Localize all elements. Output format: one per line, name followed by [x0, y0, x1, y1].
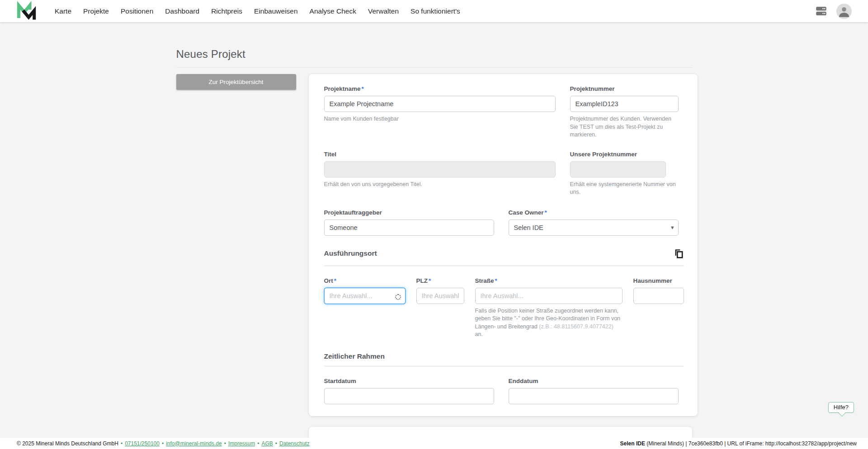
title-divider — [176, 67, 692, 68]
plz-label: PLZ* — [416, 277, 464, 284]
nav-item-verwalten[interactable]: Verwalten — [362, 7, 405, 15]
nav-item-positionen[interactable]: Positionen — [115, 7, 159, 15]
nav-item-dashboard[interactable]: Dashboard — [159, 7, 205, 15]
copy-icon[interactable] — [674, 248, 684, 260]
plz-input[interactable] — [416, 288, 464, 304]
footer-link-datenschutz[interactable]: Datenschutz — [279, 440, 310, 447]
projektnummer-helper: Projektnummer des Kunden. Verwenden Sie … — [570, 115, 679, 139]
projektname-input[interactable] — [324, 96, 556, 112]
enddatum-input[interactable] — [509, 388, 679, 404]
help-button[interactable]: Hilfe? — [828, 402, 854, 413]
enddatum-label: Enddatum — [509, 378, 679, 384]
page-title: Neues Projekt — [176, 48, 692, 61]
hausnummer-input[interactable] — [633, 288, 684, 304]
strasse-label: Straße* — [475, 277, 623, 284]
chevron-down-icon: ▾ — [671, 224, 674, 231]
footer-link-impressum[interactable]: Impressum — [228, 440, 255, 447]
nav-item-so-funktionierts[interactable]: So funktioniert's — [405, 7, 466, 15]
status-detail: (Mineral Minds) | 7ce360e83fb0 | URL of … — [645, 440, 857, 447]
ausfuehrungsort-heading: Ausführungsort — [324, 249, 377, 257]
copyright-text: © 2025 Mineral Minds Deutschland GmbH — [17, 440, 118, 447]
main-content: Neues Projekt Zur Projektübersicht Proje… — [0, 22, 868, 438]
required-marker: * — [429, 277, 431, 284]
strasse-helper: Falls die Position keiner Straße zugeord… — [475, 307, 623, 339]
titel-input — [324, 161, 556, 178]
titel-label: Titel — [324, 151, 556, 158]
ort-input[interactable] — [324, 288, 406, 304]
required-marker: * — [334, 277, 336, 284]
required-marker: * — [495, 277, 497, 284]
nav-right-controls — [815, 4, 852, 19]
zeitlicher-rahmen-heading: Zeitlicher Rahmen — [324, 352, 385, 360]
nav-item-karte[interactable]: Karte — [49, 7, 77, 15]
case-owner-select[interactable]: Selen IDE ▾ — [509, 220, 679, 236]
server-dns-icon[interactable] — [815, 5, 827, 17]
unsere-projektnummer-input — [570, 161, 666, 178]
nav-item-analyse-check[interactable]: Analyse Check — [304, 7, 362, 15]
loading-spinner-icon — [395, 294, 401, 300]
firmendaten-card: Firmendaten — [309, 427, 692, 438]
startdatum-label: Startdatum — [324, 378, 494, 384]
unsere-projektnummer-helper: Erhält eine systemgenerierte Nummer von … — [570, 181, 679, 196]
status-username: Selen IDE — [620, 440, 645, 447]
nav-item-einbauweisen[interactable]: Einbauweisen — [248, 7, 304, 15]
unsere-projektnummer-label: Unsere Projektnummer — [570, 151, 679, 158]
projektauftraggeber-input[interactable] — [324, 220, 494, 236]
case-owner-value: Selen IDE — [514, 224, 543, 231]
footer: © 2025 Mineral Minds Deutschland GmbH • … — [0, 438, 868, 449]
hausnummer-label: Hausnummer — [633, 277, 684, 284]
case-owner-label: Case Owner* — [509, 209, 679, 216]
startdatum-input[interactable] — [324, 388, 494, 404]
top-navigation: Karte Projekte Positionen Dashboard Rich… — [0, 0, 868, 22]
session-status: Selen IDE (Mineral Minds) | 7ce360e83fb0… — [620, 440, 857, 447]
footer-link-email[interactable]: info@mineral-minds.de — [166, 440, 222, 447]
main-menu: Karte Projekte Positionen Dashboard Rich… — [49, 7, 466, 15]
footer-links: © 2025 Mineral Minds Deutschland GmbH • … — [17, 440, 310, 447]
projektname-label: Projektname* — [324, 85, 556, 92]
user-avatar-icon[interactable] — [836, 4, 852, 19]
mineral-minds-logo[interactable] — [16, 1, 37, 21]
footer-link-agb[interactable]: AGB — [261, 440, 273, 447]
logo-icon — [16, 1, 37, 21]
titel-helper: Erhält den von uns vorgegebenen Titel. — [324, 181, 556, 189]
ort-label: Ort* — [324, 277, 406, 284]
nav-item-projekte[interactable]: Projekte — [77, 7, 115, 15]
project-form-card: Projektname* Name vom Kunden festlegbar … — [309, 74, 698, 416]
projektnummer-label: Projektnummer — [570, 85, 679, 92]
nav-item-richtpreis[interactable]: Richtpreis — [205, 7, 248, 15]
required-marker: * — [362, 85, 364, 92]
footer-link-phone[interactable]: 07151/250100 — [125, 440, 160, 447]
projektname-helper: Name vom Kunden festlegbar — [324, 115, 556, 123]
projektnummer-input[interactable] — [570, 96, 679, 112]
projektauftraggeber-label: Projektauftraggeber — [324, 209, 494, 216]
back-to-project-overview-button[interactable]: Zur Projektübersicht — [176, 74, 296, 90]
strasse-input[interactable] — [475, 288, 623, 304]
required-marker: * — [545, 209, 547, 216]
